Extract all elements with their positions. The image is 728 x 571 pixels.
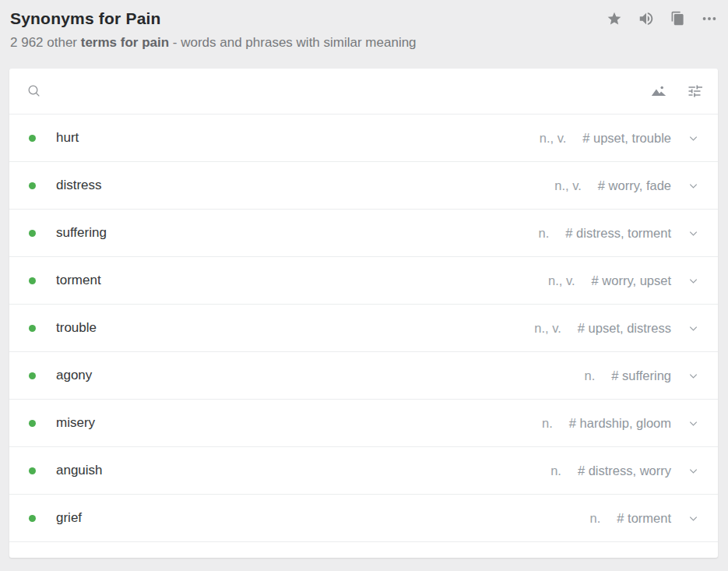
synonym-bullet-icon — [29, 182, 36, 189]
page-header: Synonyms for Pain 2 962 other terms for … — [0, 0, 728, 51]
synonyms-card: hurt n., v. # upset, trouble distress n.… — [9, 69, 718, 558]
synonym-list: hurt n., v. # upset, trouble distress n.… — [9, 115, 718, 542]
synonym-word-link[interactable]: distress — [56, 178, 102, 193]
page-title: Synonyms for Pain — [10, 9, 161, 28]
synonym-row[interactable]: misery n. # hardship, gloom — [9, 400, 718, 447]
subtitle-term: terms for pain — [81, 35, 169, 50]
header-actions — [607, 10, 718, 27]
synonym-word-link[interactable]: hurt — [56, 130, 79, 146]
subtitle-count: 2 962 other — [10, 35, 81, 50]
synonym-word-link[interactable]: agony — [56, 368, 92, 383]
synonym-bullet-icon — [29, 467, 36, 474]
chevron-down-icon[interactable] — [687, 464, 700, 478]
part-of-speech-label: n. — [542, 416, 553, 431]
synonym-word-link[interactable]: anguish — [56, 463, 103, 478]
synonym-word-link[interactable]: torment — [56, 273, 101, 288]
topic-tags-link[interactable]: # distress, torment — [565, 226, 671, 241]
topic-tags-link[interactable]: # distress, worry — [578, 463, 671, 478]
search-bar — [9, 69, 718, 115]
synonym-bullet-icon — [29, 372, 36, 379]
topic-tags-link[interactable]: # upset, trouble — [582, 131, 671, 146]
topic-tags-link[interactable]: # torment — [617, 511, 671, 526]
chevron-down-icon[interactable] — [687, 369, 700, 382]
synonym-bullet-icon — [29, 515, 36, 522]
synonym-word-link[interactable]: suffering — [56, 225, 107, 241]
chevron-down-icon[interactable] — [687, 179, 700, 192]
chevron-down-icon[interactable] — [687, 274, 700, 287]
synonym-word-link[interactable]: grief — [56, 510, 82, 526]
topic-tags-link[interactable]: # worry, fade — [598, 178, 671, 193]
synonym-row[interactable]: agony n. # suffering — [9, 352, 718, 400]
search-icon — [26, 83, 42, 99]
synonym-row[interactable]: distress n., v. # worry, fade — [9, 162, 718, 210]
part-of-speech-label: n. — [584, 368, 595, 383]
synonym-row[interactable]: hurt n., v. # upset, trouble — [9, 115, 718, 162]
chevron-down-icon[interactable] — [687, 417, 700, 430]
synonym-row[interactable]: grief n. # torment — [9, 495, 718, 542]
image-icon[interactable] — [650, 83, 667, 100]
topic-tags-link[interactable]: # hardship, gloom — [569, 416, 671, 431]
page-subtitle: 2 962 other terms for pain - words and p… — [10, 35, 718, 51]
part-of-speech-label: n. — [590, 511, 601, 526]
search-actions — [650, 83, 702, 100]
part-of-speech-label: n., v. — [554, 178, 582, 193]
synonym-word-link[interactable]: trouble — [56, 320, 97, 336]
chevron-down-icon[interactable] — [687, 132, 700, 145]
more-options-icon[interactable] — [701, 10, 718, 27]
copy-icon[interactable] — [670, 11, 685, 26]
part-of-speech-label: n. — [539, 226, 550, 241]
synonym-word-link[interactable]: misery — [56, 415, 95, 431]
chevron-down-icon[interactable] — [687, 322, 700, 335]
volume-icon[interactable] — [638, 10, 655, 27]
chevron-down-icon[interactable] — [687, 227, 700, 240]
chevron-down-icon[interactable] — [687, 512, 700, 525]
topic-tags-link[interactable]: # suffering — [611, 368, 671, 383]
synonym-bullet-icon — [29, 135, 36, 142]
synonym-row[interactable]: torment n., v. # worry, upset — [9, 257, 718, 305]
synonym-row[interactable]: trouble n., v. # upset, distress — [9, 305, 718, 352]
search-input[interactable] — [55, 83, 650, 100]
part-of-speech-label: n., v. — [534, 321, 561, 336]
synonym-bullet-icon — [29, 420, 36, 427]
synonym-row[interactable]: suffering n. # distress, torment — [9, 210, 718, 257]
synonym-row[interactable]: anguish n. # distress, worry — [9, 447, 718, 495]
synonym-bullet-icon — [29, 277, 36, 284]
star-icon[interactable] — [607, 11, 622, 26]
topic-tags-link[interactable]: # upset, distress — [578, 321, 671, 336]
part-of-speech-label: n., v. — [540, 131, 567, 146]
part-of-speech-label: n., v. — [548, 273, 575, 288]
part-of-speech-label: n. — [550, 463, 561, 478]
filters-icon[interactable] — [687, 83, 702, 99]
synonym-bullet-icon — [29, 325, 36, 332]
topic-tags-link[interactable]: # worry, upset — [592, 273, 671, 288]
synonym-bullet-icon — [29, 230, 36, 237]
subtitle-description: - words and phrases with similar meaning — [169, 35, 416, 50]
